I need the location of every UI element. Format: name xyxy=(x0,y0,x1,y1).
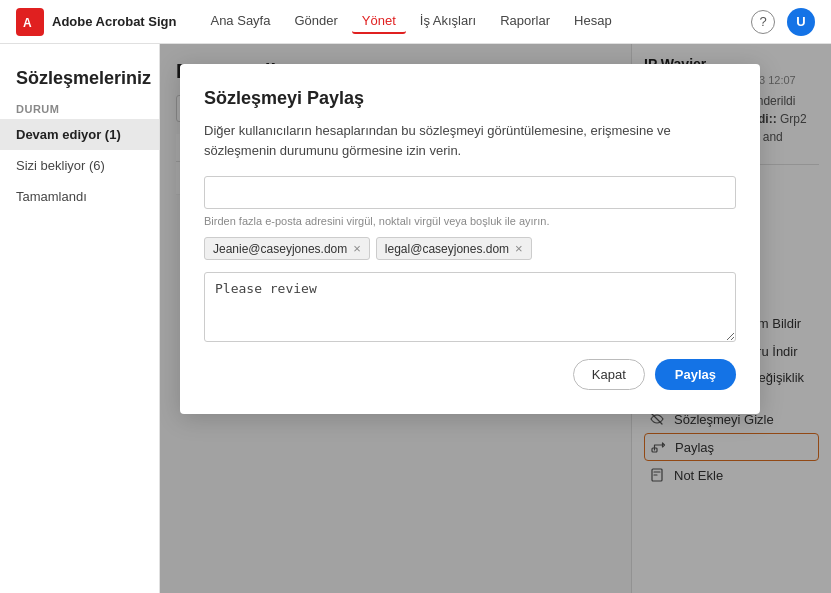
app-logo: A Adobe Acrobat Sign xyxy=(16,8,176,36)
email-input[interactable] xyxy=(204,176,736,209)
tag-2-remove[interactable]: × xyxy=(515,241,523,256)
sidebar-heading: DURUM xyxy=(0,97,159,119)
tag-2: legal@caseyjones.dom × xyxy=(376,237,532,260)
page-title-area: Sözleşmeleriniz xyxy=(0,56,159,89)
page-title: Sözleşmeleriniz xyxy=(16,68,143,89)
close-button[interactable]: Kapat xyxy=(573,359,645,390)
share-button[interactable]: Paylaş xyxy=(655,359,736,390)
modal-title: Sözleşmeyi Paylaş xyxy=(204,88,736,109)
modal-overlay: Sözleşmeyi Paylaş Diğer kullanıcıların h… xyxy=(160,44,831,593)
nav-send[interactable]: Gönder xyxy=(284,9,347,34)
sidebar: Sözleşmeleriniz DURUM Devam ediyor (1) S… xyxy=(0,44,160,593)
message-textarea[interactable]: Please review xyxy=(204,272,736,342)
nav-manage[interactable]: Yönet xyxy=(352,9,406,34)
sidebar-item-completed[interactable]: Tamamlandı xyxy=(0,181,159,212)
nav-reports[interactable]: Raporlar xyxy=(490,9,560,34)
logo-icon: A xyxy=(16,8,44,36)
modal-footer: Kapat Paylaş xyxy=(204,359,736,390)
email-hint: Birden fazla e-posta adresini virgül, no… xyxy=(204,215,736,227)
tag-1-remove[interactable]: × xyxy=(353,241,361,256)
modal-description: Diğer kullanıcıların hesaplarından bu sö… xyxy=(204,121,736,160)
nav-workflows[interactable]: İş Akışları xyxy=(410,9,486,34)
user-avatar[interactable]: U xyxy=(787,8,815,36)
app-name: Adobe Acrobat Sign xyxy=(52,14,176,29)
nav-links: Ana Sayfa Gönder Yönet İş Akışları Rapor… xyxy=(200,9,621,34)
share-modal: Sözleşmeyi Paylaş Diğer kullanıcıların h… xyxy=(180,64,760,414)
sidebar-item-in-progress[interactable]: Devam ediyor (1) xyxy=(0,119,159,150)
main-layout: Sözleşmeleriniz DURUM Devam ediyor (1) S… xyxy=(0,44,831,593)
help-button[interactable]: ? xyxy=(751,10,775,34)
email-tags: Jeanie@caseyjones.dom × legal@caseyjones… xyxy=(204,237,736,260)
tag-1-email: Jeanie@caseyjones.dom xyxy=(213,242,347,256)
top-nav-right: ? U xyxy=(751,8,815,36)
svg-text:A: A xyxy=(23,16,32,30)
content-area: Devam ediyor Filtreler ℹ ALICILAR B xyxy=(160,44,831,593)
tag-1: Jeanie@caseyjones.dom × xyxy=(204,237,370,260)
sidebar-item-waiting[interactable]: Sizi bekliyor (6) xyxy=(0,150,159,181)
tag-2-email: legal@caseyjones.dom xyxy=(385,242,509,256)
nav-account[interactable]: Hesap xyxy=(564,9,622,34)
nav-home[interactable]: Ana Sayfa xyxy=(200,9,280,34)
top-navigation: A Adobe Acrobat Sign Ana Sayfa Gönder Yö… xyxy=(0,0,831,44)
